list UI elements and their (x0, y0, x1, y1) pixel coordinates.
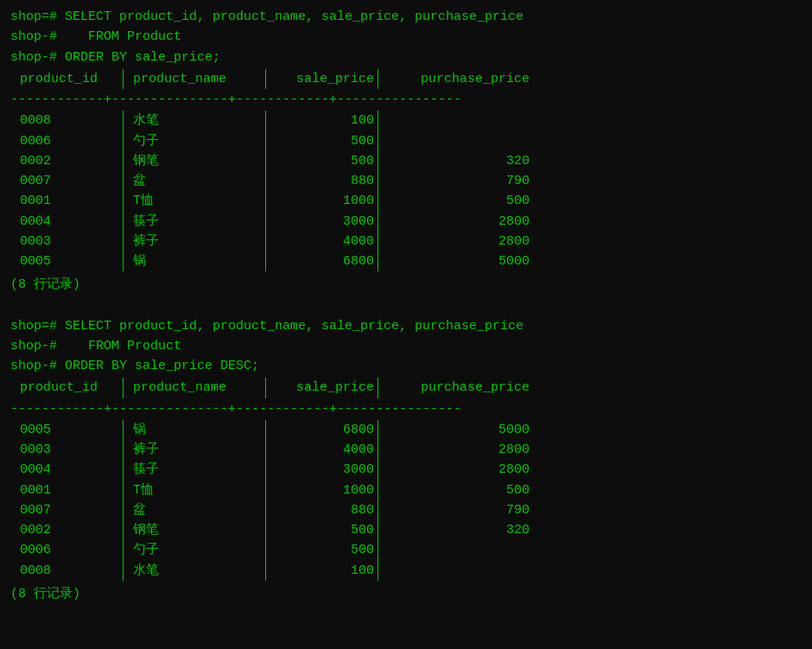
table-row: 0002 钢笔 500 320 (10, 151, 802, 171)
table-row: 0003 裤子 4000 2800 (10, 232, 802, 251)
table-row: 0006 勺子 500 (10, 540, 802, 560)
table-row: 0007 盆 880 790 (10, 500, 802, 520)
divider-1: ------------+---------------+-----------… (10, 90, 802, 110)
prompt-line-6: shop-# ORDER BY sale_price DESC; (10, 356, 802, 376)
col-name-header-2: product_name (123, 378, 265, 398)
divider-2: ------------+---------------+-----------… (10, 399, 802, 419)
prompt-line-5: shop-# FROM Product (10, 336, 802, 356)
prompt-line-2: shop-# FROM Product (10, 27, 802, 47)
table-2: product_id product_name sale_price purch… (10, 378, 802, 581)
prompt-line-4: shop=# SELECT product_id, product_name, … (10, 316, 802, 336)
table-row: 0001 T恤 1000 500 (10, 191, 802, 211)
table-row: 0002 钢笔 500 320 (10, 520, 802, 540)
col-sale-header-2: sale_price (265, 378, 377, 398)
table-1: product_id product_name sale_price purch… (10, 69, 802, 272)
section-1: shop=# SELECT product_id, product_name, … (10, 7, 802, 296)
col-id-header: product_id (10, 69, 123, 89)
table-header-1: product_id product_name sale_price purch… (10, 69, 802, 89)
terminal: shop=# SELECT product_id, product_name, … (10, 7, 802, 604)
col-purchase-header-2: purchase_price (377, 378, 533, 398)
table-row: 0005 锅 6800 5000 (10, 420, 802, 440)
col-sale-header: sale_price (265, 69, 377, 89)
table-row: 0005 锅 6800 5000 (10, 251, 802, 271)
section-2: shop=# SELECT product_id, product_name, … (10, 316, 802, 605)
col-purchase-header: purchase_price (377, 69, 533, 89)
col-name-header: product_name (123, 69, 265, 89)
table-row: 0001 T恤 1000 500 (10, 480, 802, 500)
table-row: 0008 水笔 100 (10, 561, 802, 581)
table-row: 0004 筷子 3000 2800 (10, 460, 802, 480)
prompt-line-3: shop-# ORDER BY sale_price; (10, 48, 802, 67)
prompt-line-1: shop=# SELECT product_id, product_name, … (10, 7, 802, 27)
footer-note-2: (8 行记录) (10, 584, 802, 604)
table-row: 0008 水笔 100 (10, 111, 802, 130)
footer-note-1: (8 行记录) (10, 275, 802, 295)
table-row: 0006 勺子 500 (10, 131, 802, 151)
table-header-2: product_id product_name sale_price purch… (10, 378, 802, 398)
table-row: 0004 筷子 3000 2800 (10, 212, 802, 232)
col-id-header-2: product_id (10, 378, 123, 398)
table-row: 0003 裤子 4000 2800 (10, 440, 802, 460)
table-row: 0007 盆 880 790 (10, 171, 802, 191)
